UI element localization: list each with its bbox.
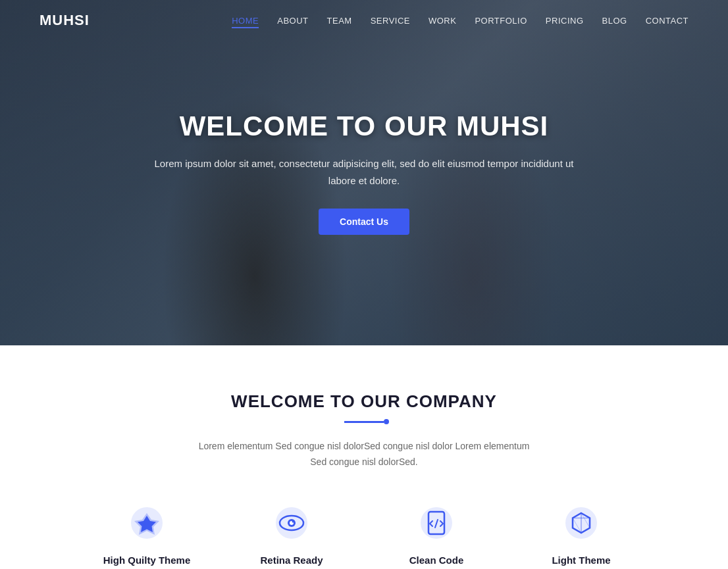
nav-pricing[interactable]: PRICING xyxy=(546,16,584,26)
nav-team[interactable]: TEAM xyxy=(327,16,352,26)
svg-point-5 xyxy=(292,520,294,522)
feature-clean-code: Clean Code xyxy=(384,503,489,566)
clean-code-icon xyxy=(417,503,456,543)
feature-retina-ready: Retina Ready xyxy=(239,503,344,566)
nav-portfolio[interactable]: PORTFOLIO xyxy=(475,16,527,26)
hero-content: WELCOME TO OUR MUHSI Lorem ipsum dolor s… xyxy=(134,111,594,235)
nav-home[interactable]: HOME xyxy=(232,16,259,28)
light-theme-label: Light Theme xyxy=(552,555,610,566)
about-description: Lorem elementum Sed congue nisl dolorSed… xyxy=(193,439,535,470)
feature-high-quilty: High Quilty Theme xyxy=(94,503,199,566)
hero-title: WELCOME TO OUR MUHSI xyxy=(147,111,581,142)
about-section: WELCOME TO OUR COMPANY Lorem elementum S… xyxy=(0,345,728,569)
nav-contact[interactable]: CONTACT xyxy=(646,16,689,26)
nav-links: HOME ABOUT TEAM SERVICE WORK PORTFOLIO P… xyxy=(232,14,689,26)
nav-blog[interactable]: BLOG xyxy=(602,16,627,26)
about-divider xyxy=(344,421,384,423)
retina-ready-icon xyxy=(272,503,311,543)
clean-code-label: Clean Code xyxy=(409,555,464,566)
hero-subtitle: Lorem ipsum dolor sit amet, consectetur … xyxy=(147,155,581,189)
high-quilty-label: High Quilty Theme xyxy=(103,555,191,566)
feature-light-theme: Light Theme xyxy=(529,503,634,566)
retina-ready-label: Retina Ready xyxy=(260,555,323,566)
contact-us-button[interactable]: Contact Us xyxy=(319,209,409,235)
high-quilty-icon xyxy=(127,503,167,543)
nav-about[interactable]: ABOUT xyxy=(277,16,308,26)
about-title: WELCOME TO OUR COMPANY xyxy=(26,391,702,412)
nav-service[interactable]: SERVICE xyxy=(371,16,410,26)
navbar: MUHSI HOME ABOUT TEAM SERVICE WORK PORTF… xyxy=(0,0,728,41)
hero-section: MUHSI HOME ABOUT TEAM SERVICE WORK PORTF… xyxy=(0,0,728,345)
light-theme-icon xyxy=(561,503,601,543)
features-grid: High Quilty Theme Retina Ready xyxy=(26,503,702,569)
site-logo[interactable]: MUHSI xyxy=(39,12,90,29)
nav-work[interactable]: WORK xyxy=(429,16,456,26)
